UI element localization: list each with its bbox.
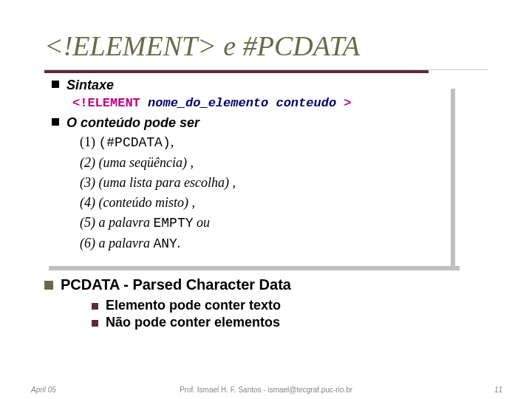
item-code: EMPTY: [153, 216, 193, 231]
item-code: ANY: [153, 236, 177, 251]
content-header-suffix: pode ser: [140, 115, 200, 130]
bullet-icon: [52, 118, 59, 126]
list-item: (6) a palavra ANY.: [80, 233, 488, 254]
content-list: (1) (#PCDATA), (2) (uma seqüência) , (3)…: [52, 132, 488, 254]
syntax-code: <!ELEMENT nome_do_elemento conteudo >: [52, 95, 488, 112]
list-item: (5) a palavra EMPTY ou: [80, 213, 488, 233]
list-item: (4) (conteúdo misto) ,: [80, 193, 488, 213]
content-header: O conteúdo pode ser: [66, 114, 200, 132]
syntax-label: Sintaxe: [66, 76, 114, 95]
bullet-icon: [92, 320, 98, 327]
box-shadow-bottom: [49, 266, 460, 270]
item-code: (#PCDATA): [99, 135, 171, 150]
arg-name: nome_do_elemento: [148, 96, 268, 110]
box-shadow-right: [451, 89, 455, 269]
sub-bullet-text: Elemento pode conter texto: [106, 298, 281, 313]
divider-thick: [44, 70, 429, 73]
footer-author: Prof. Ismael H. F. Santos - ismael@tecgr…: [0, 386, 532, 394]
sub-bullet-text: Não pode conter elementos: [106, 315, 280, 330]
item-tail: ,: [171, 134, 174, 149]
footer-page-number: 11: [494, 386, 502, 394]
content-header-prefix: O: [66, 115, 81, 130]
item-pre: (6) a palavra: [80, 236, 153, 250]
keyword-close: >: [344, 96, 351, 110]
bullet-icon: [92, 303, 98, 310]
list-item: (1) (#PCDATA),: [80, 132, 488, 153]
slide-title: <!ELEMENT> e #PCDATA: [44, 30, 488, 62]
keyword-open: <!ELEMENT: [72, 96, 140, 110]
list-item: (3) (uma lista para escolha) ,: [80, 173, 488, 193]
main-bullet-text: PCDATA - Parsed Character Data: [61, 276, 291, 293]
bullet-icon: [52, 81, 59, 88]
item-num: (1): [80, 134, 99, 149]
lower-block: PCDATA - Parsed Character Data Elemento …: [44, 276, 488, 330]
content-header-bold: conteúdo: [81, 115, 140, 130]
list-item: (2) (uma seqüência) ,: [80, 153, 488, 173]
item-pre: (5) a palavra: [80, 215, 153, 230]
syntax-block: Sintaxe <!ELEMENT nome_do_elemento conte…: [44, 76, 488, 254]
arg-content: conteudo: [276, 96, 336, 110]
item-post: ou: [194, 215, 211, 230]
item-post: .: [177, 236, 181, 250]
bullet-icon: [44, 281, 53, 290]
